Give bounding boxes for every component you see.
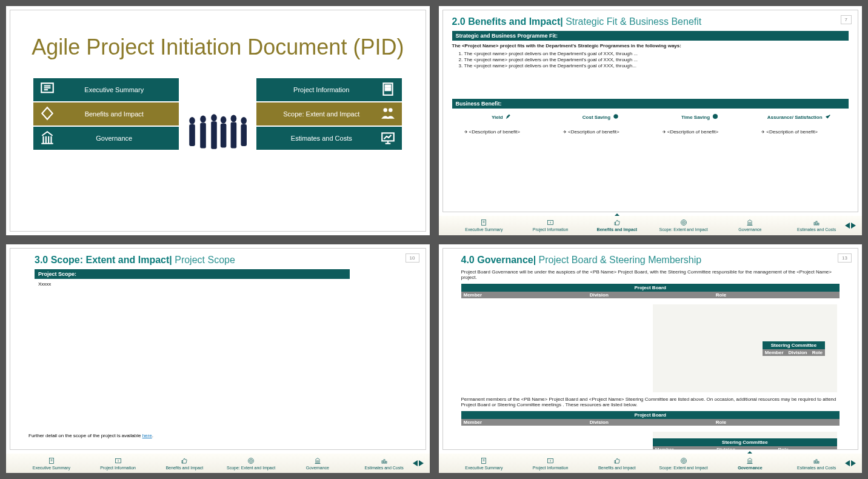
- svg-rect-49: [386, 461, 387, 463]
- benefit-col-yield: Yield: [452, 113, 552, 121]
- nav-item-governance[interactable]: Governance: [717, 457, 784, 470]
- thumb-icon: [613, 457, 621, 465]
- svg-rect-11: [221, 124, 227, 148]
- svg-rect-20: [389, 88, 390, 90]
- nav-prev-icon[interactable]: [413, 460, 418, 466]
- nav-item-estimates-and-costs[interactable]: Estimates and Costs: [783, 219, 850, 232]
- benefit-desc: <Description of benefit>: [749, 129, 849, 135]
- doc-icon: [480, 219, 487, 227]
- svg-point-46: [251, 460, 252, 461]
- nav-item-scope-extent-and-impact[interactable]: Scope: Extent and Impact: [650, 219, 717, 232]
- governance-intro: Project Board Governance will be under t…: [461, 269, 840, 280]
- nav-next-icon[interactable]: [419, 460, 424, 466]
- building-icon: [746, 219, 753, 227]
- table-row: Steering CommitteeMemberDivisionRole: [461, 298, 840, 393]
- nav-item-scope-extent-and-impact[interactable]: Scope: Extent and Impact: [650, 457, 717, 470]
- check-icon: [825, 113, 831, 121]
- benefit-desc: <Description of benefit>: [551, 129, 650, 135]
- building-icon: [39, 130, 55, 147]
- fit-item: The <project name> project delivers on t…: [464, 51, 849, 56]
- benefit-col-assurance-satisfaction: Assurance/ Satisfaction: [749, 113, 849, 121]
- table-row: Steering CommitteeMemberDivisionRole: [748, 323, 830, 390]
- svg-rect-36: [814, 223, 815, 225]
- nav-item-benefits-and-impact[interactable]: Benefits and Impact: [584, 457, 650, 470]
- nav-bar-estimates-and-costs[interactable]: Estimates and Costs: [256, 127, 402, 150]
- chart-icon: [380, 130, 396, 147]
- svg-point-44: [249, 458, 254, 463]
- nav-item-estimates-and-costs[interactable]: Estimates and Costs: [783, 457, 850, 470]
- nav-item-benefits-and-impact[interactable]: Benefits and Impact: [152, 457, 218, 470]
- people-silhouette-icon: [181, 113, 254, 150]
- nav-item-estimates-and-costs[interactable]: Estimates and Costs: [351, 457, 418, 470]
- governance-table: Project BoardMemberDivisionRole Steering…: [461, 284, 840, 393]
- target-icon: [680, 457, 687, 465]
- svg-rect-15: [241, 124, 247, 146]
- svg-point-33: [681, 220, 686, 226]
- info-icon: [115, 457, 122, 465]
- svg-point-45: [250, 459, 253, 462]
- building-icon: [746, 457, 753, 465]
- people-icon: [380, 106, 396, 123]
- svg-rect-7: [200, 123, 206, 149]
- nav-next-icon[interactable]: [851, 460, 856, 466]
- table-row: [779, 362, 823, 389]
- target-icon: [680, 219, 687, 227]
- table-row: [786, 368, 820, 388]
- bars-icon: [813, 219, 820, 227]
- nav-item-scope-extent-and-impact[interactable]: Scope: Extent and Impact: [218, 457, 284, 470]
- svg-rect-17: [386, 85, 387, 87]
- nav-bar-executive-summary[interactable]: Executive Summary: [33, 78, 179, 101]
- svg-rect-38: [818, 223, 819, 225]
- svg-point-8: [211, 114, 217, 121]
- strategic-fit-list: The <project name> project delivers on t…: [464, 51, 849, 69]
- svg-point-4: [189, 117, 195, 124]
- table-row: [801, 380, 815, 387]
- doc-icon: [48, 457, 55, 465]
- page-title: Agile Project Initiation Document (PID): [19, 35, 416, 60]
- nav-item-project-information[interactable]: Project Information: [517, 457, 584, 470]
- slide-governance: 13 4.0 Governance| Project Board & Steer…: [439, 244, 863, 474]
- business-benefit-bar: Business Benefit:: [452, 99, 849, 109]
- scope-here-link[interactable]: here: [142, 433, 152, 438]
- section-heading: 2.0 Benefits and Impact| Strategic Fit &…: [452, 16, 849, 27]
- svg-rect-48: [384, 460, 385, 463]
- svg-rect-13: [231, 122, 237, 148]
- nav-item-benefits-and-impact[interactable]: Benefits and Impact: [584, 219, 650, 232]
- nav-prev-icon[interactable]: [845, 223, 850, 229]
- nav-item-executive-summary[interactable]: Executive Summary: [451, 219, 518, 232]
- governance-table: Steering CommitteeMemberDivisionRole: [653, 438, 837, 451]
- nav-item-project-information[interactable]: Project Information: [517, 219, 584, 232]
- nav-prev-icon[interactable]: [845, 460, 850, 466]
- page-number: 10: [406, 253, 419, 263]
- nav-next-icon[interactable]: [851, 223, 856, 229]
- governance-table: Steering CommitteeMemberDivisionRole: [763, 341, 825, 389]
- nav-bar-project-information[interactable]: Project Information: [256, 78, 402, 101]
- svg-point-35: [683, 223, 684, 223]
- scope-text: Xxxxx: [35, 279, 401, 289]
- doc-icon: [480, 457, 487, 465]
- office-icon: [380, 81, 396, 99]
- svg-point-22: [389, 108, 393, 112]
- svg-point-57: [683, 460, 684, 461]
- strategic-intro: The <Project Name> project fits with the…: [452, 43, 849, 49]
- svg-rect-19: [386, 88, 387, 90]
- nav-bar-governance[interactable]: Governance: [33, 127, 179, 150]
- refresh-icon: [613, 113, 619, 121]
- svg-point-12: [231, 115, 237, 122]
- page-number: 7: [841, 15, 852, 24]
- table-row: Steering CommitteeMemberDivisionRole: [653, 304, 837, 392]
- project-scope-bar: Project Scope:: [35, 269, 350, 279]
- benefit-desc: <Description of benefit>: [650, 129, 750, 135]
- clock-icon: [712, 113, 718, 121]
- svg-point-14: [241, 117, 247, 124]
- building-icon: [314, 457, 321, 465]
- svg-point-34: [682, 221, 685, 224]
- nav-item-governance[interactable]: Governance: [717, 219, 784, 232]
- nav-item-executive-summary[interactable]: Executive Summary: [18, 457, 85, 470]
- table-row: [653, 432, 837, 438]
- nav-item-project-information[interactable]: Project Information: [85, 457, 152, 470]
- nav-bar-scope-extent-and-impact[interactable]: Scope: Extent and Impact: [256, 102, 402, 126]
- nav-item-executive-summary[interactable]: Executive Summary: [451, 457, 518, 470]
- nav-bar-benefits-and-impact[interactable]: Benefits and Impact: [33, 102, 179, 126]
- nav-item-governance[interactable]: Governance: [284, 457, 351, 470]
